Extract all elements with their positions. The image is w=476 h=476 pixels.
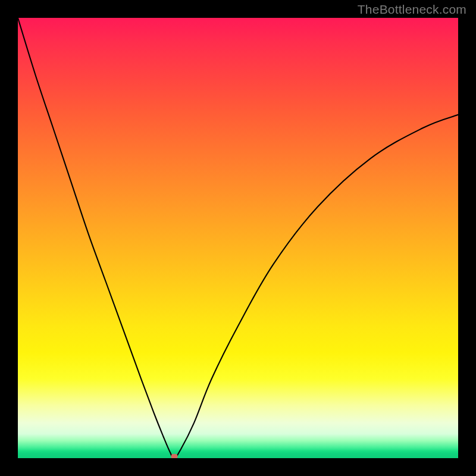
curve-minimum-marker	[171, 454, 177, 458]
curve-path	[18, 18, 458, 458]
bottleneck-curve	[18, 18, 458, 458]
chart-plot-area	[18, 18, 458, 458]
watermark-text: TheBottleneck.com	[358, 2, 466, 17]
